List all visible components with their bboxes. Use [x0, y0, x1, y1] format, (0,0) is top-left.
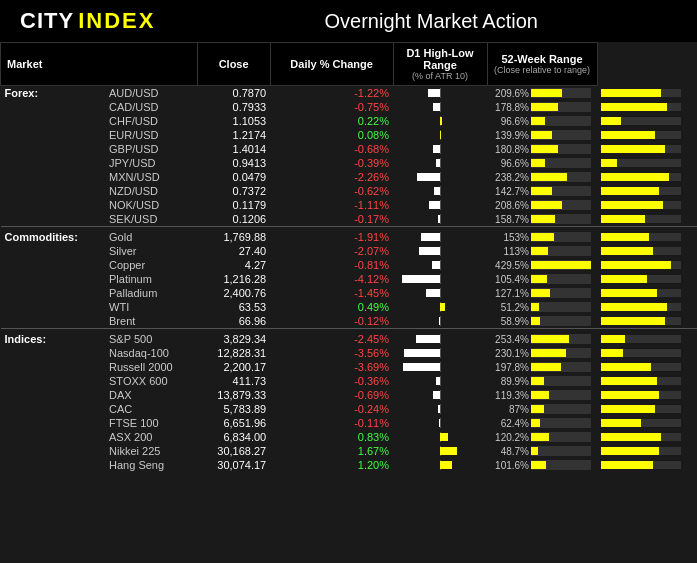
daily-change: -1.22% [270, 86, 393, 101]
week52-range [597, 458, 697, 472]
table-row: Nasdaq-10012,828.31-3.56%230.1% [1, 346, 698, 360]
change-bar [393, 198, 487, 212]
table-row: Commodities:Gold1,769.88-1.91%153% [1, 227, 698, 245]
logo-index: INDEX [78, 8, 155, 34]
week52-range [597, 430, 697, 444]
change-bar [393, 227, 487, 245]
section-label [1, 430, 106, 444]
change-bar [393, 444, 487, 458]
close-value: 0.1179 [197, 198, 270, 212]
close-value: 1.2174 [197, 128, 270, 142]
daily-change: -0.36% [270, 374, 393, 388]
week52-range [597, 156, 697, 170]
close-value: 0.7933 [197, 100, 270, 114]
daily-change: -3.56% [270, 346, 393, 360]
close-value: 1.4014 [197, 142, 270, 156]
instrument-name: CHF/USD [105, 114, 197, 128]
section-label [1, 416, 106, 430]
change-bar [393, 170, 487, 184]
page-title: Overnight Market Action [185, 10, 677, 33]
section-label: Commodities: [1, 227, 106, 245]
instrument-name: CAD/USD [105, 100, 197, 114]
instrument-name: Nasdaq-100 [105, 346, 197, 360]
table-row: Hang Seng30,074.171.20%101.6% [1, 458, 698, 472]
daily-change: 0.22% [270, 114, 393, 128]
col-close: Close [197, 43, 270, 86]
section-label [1, 142, 106, 156]
section-label [1, 346, 106, 360]
d1-range: 153% [487, 227, 597, 245]
instrument-name: Russell 2000 [105, 360, 197, 374]
d1-range: 127.1% [487, 286, 597, 300]
instrument-name: SEK/USD [105, 212, 197, 227]
d1-range: 51.2% [487, 300, 597, 314]
change-bar [393, 300, 487, 314]
change-bar [393, 128, 487, 142]
col-week52: 52-Week Range (Close relative to range) [487, 43, 597, 86]
close-value: 0.7870 [197, 86, 270, 101]
week52-range [597, 258, 697, 272]
daily-change: -2.26% [270, 170, 393, 184]
instrument-name: JPY/USD [105, 156, 197, 170]
close-value: 66.96 [197, 314, 270, 329]
daily-change: -1.11% [270, 198, 393, 212]
week52-range [597, 416, 697, 430]
change-bar [393, 374, 487, 388]
daily-change: -0.69% [270, 388, 393, 402]
instrument-name: STOXX 600 [105, 374, 197, 388]
instrument-name: Nikkei 225 [105, 444, 197, 458]
d1-range: 101.6% [487, 458, 597, 472]
section-label [1, 198, 106, 212]
table-row: Indices:S&P 5003,829.34-2.45%253.4% [1, 329, 698, 347]
logo: CITY INDEX [20, 8, 155, 34]
change-bar [393, 458, 487, 472]
table-row: Forex:AUD/USD0.7870-1.22%209.6% [1, 86, 698, 101]
table-row: FTSE 1006,651.96-0.11%62.4% [1, 416, 698, 430]
instrument-name: Gold [105, 227, 197, 245]
daily-change: -3.69% [270, 360, 393, 374]
instrument-name: GBP/USD [105, 142, 197, 156]
table-row: NOK/USD0.1179-1.11%208.6% [1, 198, 698, 212]
instrument-name: FTSE 100 [105, 416, 197, 430]
d1-range: 139.9% [487, 128, 597, 142]
instrument-name: NOK/USD [105, 198, 197, 212]
app-container: CITY INDEX Overnight Market Action Marke… [0, 0, 697, 472]
d1-range: 89.9% [487, 374, 597, 388]
table-row: Copper4.27-0.81%429.5% [1, 258, 698, 272]
week52-range [597, 346, 697, 360]
section-label [1, 170, 106, 184]
table-row: GBP/USD1.4014-0.68%180.8% [1, 142, 698, 156]
instrument-name: AUD/USD [105, 86, 197, 101]
instrument-name: NZD/USD [105, 184, 197, 198]
change-bar [393, 100, 487, 114]
table-row: JPY/USD0.9413-0.39%96.6% [1, 156, 698, 170]
change-bar [393, 156, 487, 170]
change-bar [393, 430, 487, 444]
instrument-name: CAC [105, 402, 197, 416]
change-bar [393, 329, 487, 347]
market-table: Market Close Daily % Change D1 High-Low … [0, 42, 697, 472]
week52-range [597, 402, 697, 416]
week52-range [597, 100, 697, 114]
week52-range [597, 272, 697, 286]
daily-change: 1.20% [270, 458, 393, 472]
instrument-name: S&P 500 [105, 329, 197, 347]
change-bar [393, 114, 487, 128]
col-market: Market [1, 43, 198, 86]
section-label [1, 444, 106, 458]
change-bar [393, 346, 487, 360]
daily-change: -4.12% [270, 272, 393, 286]
daily-change: 1.67% [270, 444, 393, 458]
section-label [1, 156, 106, 170]
d1-range: 142.7% [487, 184, 597, 198]
close-value: 411.73 [197, 374, 270, 388]
daily-change: -0.68% [270, 142, 393, 156]
week52-range [597, 329, 697, 347]
table-row: NZD/USD0.7372-0.62%142.7% [1, 184, 698, 198]
section-label [1, 388, 106, 402]
daily-change: -2.45% [270, 329, 393, 347]
close-value: 27.40 [197, 244, 270, 258]
close-value: 4.27 [197, 258, 270, 272]
close-value: 1,769.88 [197, 227, 270, 245]
week52-range [597, 114, 697, 128]
